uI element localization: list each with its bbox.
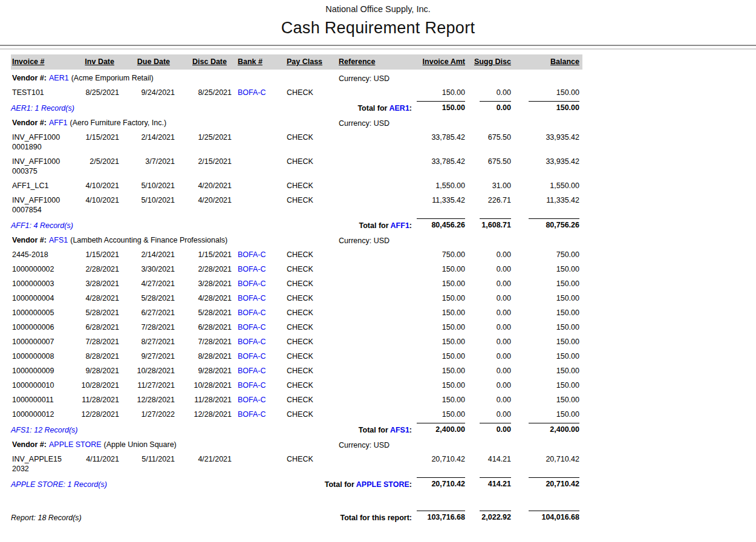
invoice-amt-cell: 150.00: [414, 293, 465, 303]
column-header-pay-class: Pay Class: [275, 57, 339, 67]
bank-code-link[interactable]: BOFA-C: [232, 337, 275, 347]
sugg-disc-cell: 0.00: [465, 88, 511, 97]
vendor-total-invoice-amt: 2,400.00: [414, 423, 465, 434]
due-date-cell: 12/28/2021: [119, 395, 175, 405]
due-date-cell: 9/24/2021: [119, 88, 175, 97]
invoice-row: TEST101 8/25/2021 9/24/2021 8/25/2021 BO…: [11, 85, 579, 100]
inv-date-cell: 4/28/2021: [64, 293, 119, 303]
report-total-row: Report: 18 Record(s) Total for this repo…: [11, 509, 579, 524]
bank-code-link[interactable]: BOFA-C: [232, 308, 275, 318]
vendor-code-link[interactable]: AFF1: [49, 119, 68, 127]
sugg-disc-cell: 0.00: [465, 322, 511, 332]
invoice-number-line1: 1000000002: [12, 264, 64, 274]
disc-date-cell: 6/28/2021: [175, 322, 232, 332]
inv-date-cell: 8/25/2021: [64, 88, 119, 97]
vendor-number-label: Vendor #:: [12, 236, 47, 244]
due-date-cell: 5/11/2021: [119, 454, 175, 474]
sugg-disc-cell: 0.00: [465, 264, 511, 274]
sugg-disc-cell: 0.00: [465, 380, 511, 390]
vendor-total-sugg-disc: 1,608.71: [465, 218, 511, 230]
vendor-total-code-link[interactable]: APPLE STORE: [356, 480, 409, 489]
bank-code-link[interactable]: BOFA-C: [232, 351, 275, 361]
disc-date-cell: 1/15/2021: [175, 250, 232, 260]
invoice-amt-cell: 1,550.00: [414, 181, 465, 191]
balance-cell: 11,335.42: [511, 195, 579, 215]
bank-code-link[interactable]: BOFA-C: [232, 380, 275, 390]
invoice-number-line2: 0007854: [12, 205, 64, 215]
column-header-inv-date: Inv Date: [64, 57, 119, 67]
vendor-total-code-link[interactable]: AFS1: [390, 426, 409, 434]
reference-cell: [339, 337, 414, 347]
invoice-number-line1: INV_AFF1000: [12, 157, 64, 166]
due-date-cell: 2/14/2021: [119, 132, 175, 152]
invoice-row: INV_AFF1000 000375 2/5/2021 3/7/2021 2/1…: [11, 154, 579, 178]
vendor-total-label: Total forAPPLE STORE:: [325, 480, 412, 489]
invoice-rows: TEST101 8/25/2021 9/24/2021 8/25/2021 BO…: [11, 85, 582, 100]
pay-class-cell: CHECK: [275, 250, 339, 260]
bank-code-link[interactable]: BOFA-C: [232, 279, 275, 289]
sugg-disc-cell: 675.50: [465, 132, 511, 152]
balance-cell: 750.00: [511, 250, 579, 260]
column-header-due-date: Due Date: [119, 57, 175, 67]
sugg-disc-cell: 31.00: [465, 181, 511, 191]
due-date-cell: 2/14/2021: [119, 250, 175, 260]
vendor-total-sugg-disc: 0.00: [465, 423, 511, 434]
vendor-code-link[interactable]: AER1: [49, 74, 69, 82]
record-count-link[interactable]: APPLE STORE: 1 Record(s): [11, 480, 107, 489]
invoice-amt-cell: 150.00: [414, 322, 465, 332]
reference-cell: [339, 410, 414, 419]
bank-code-link[interactable]: [232, 157, 275, 176]
pay-class-cell: CHECK: [275, 181, 339, 191]
reference-cell: [339, 293, 414, 303]
report-total-label: Total for this report:: [340, 514, 412, 522]
invoice-number-line1: 1000000011: [12, 395, 64, 405]
bank-code-link[interactable]: BOFA-C: [232, 395, 275, 405]
vendor-total-code-link[interactable]: AER1: [389, 104, 409, 113]
vendor-name: (Acme Emporium Retail): [71, 74, 154, 82]
invoice-amt-cell: 750.00: [414, 250, 465, 260]
sugg-disc-cell: 414.21: [465, 454, 511, 474]
bank-code-link[interactable]: [232, 181, 275, 191]
vendor-total-row: AER1: 1 Record(s) Total forAER1: 150.00 …: [11, 100, 579, 114]
invoice-number-line1: 1000000007: [12, 337, 64, 347]
pay-class-cell: CHECK: [275, 308, 339, 318]
due-date-cell: 5/28/2021: [119, 293, 175, 303]
balance-cell: 20,710.42: [511, 454, 579, 474]
record-count-link[interactable]: AFS1: 12 Record(s): [11, 426, 77, 434]
invoice-number: INV_AFF1000 0001890: [11, 132, 64, 152]
bank-code-link[interactable]: BOFA-C: [232, 88, 275, 97]
disc-date-cell: 1/25/2021: [175, 132, 232, 152]
bank-code-link[interactable]: BOFA-C: [232, 410, 275, 419]
vendor-total-code-link[interactable]: AFF1: [391, 221, 409, 230]
bank-code-link[interactable]: BOFA-C: [232, 293, 275, 303]
column-header-balance: Balance: [511, 57, 579, 67]
divider-light: [0, 48, 756, 50]
vendor-code-link[interactable]: APPLE STORE: [49, 440, 102, 449]
invoice-number-line1: 1000000012: [12, 410, 64, 419]
record-count-link[interactable]: AER1: 1 Record(s): [11, 104, 74, 113]
currency-label: Currency: USD: [339, 236, 414, 246]
report-page: National Office Supply, Inc. Cash Requir…: [0, 0, 756, 542]
balance-cell: 150.00: [511, 366, 579, 376]
invoice-row: 2445-2018 1/15/2021 2/14/2021 1/15/2021 …: [11, 247, 579, 262]
vendor-name: (Lambeth Accounting & Finance Profession…: [70, 236, 227, 244]
vendor-code-link[interactable]: AFS1: [49, 236, 68, 244]
bank-code-link[interactable]: BOFA-C: [232, 250, 275, 260]
record-count-link[interactable]: AFF1: 4 Record(s): [11, 221, 73, 230]
invoice-number: 1000000010: [11, 380, 64, 390]
bank-code-link[interactable]: [232, 132, 275, 152]
disc-date-cell: 8/25/2021: [175, 88, 232, 97]
bank-code-link[interactable]: BOFA-C: [232, 366, 275, 376]
vendor-total-invoice-amt: 150.00: [414, 101, 465, 113]
bank-code-link[interactable]: BOFA-C: [232, 322, 275, 332]
balance-cell: 150.00: [511, 322, 579, 332]
invoice-number-line1: 1000000006: [12, 322, 64, 332]
bank-code-link[interactable]: [232, 454, 275, 474]
pay-class-cell: CHECK: [275, 410, 339, 419]
page-title: Cash Requirement Report: [0, 19, 756, 38]
inv-date-cell: 8/28/2021: [64, 351, 119, 361]
vendor-header-row: Vendor #:AFS1(Lambeth Accounting & Finan…: [11, 235, 579, 247]
invoice-amt-cell: 150.00: [414, 366, 465, 376]
bank-code-link[interactable]: BOFA-C: [232, 264, 275, 274]
bank-code-link[interactable]: [232, 195, 275, 215]
